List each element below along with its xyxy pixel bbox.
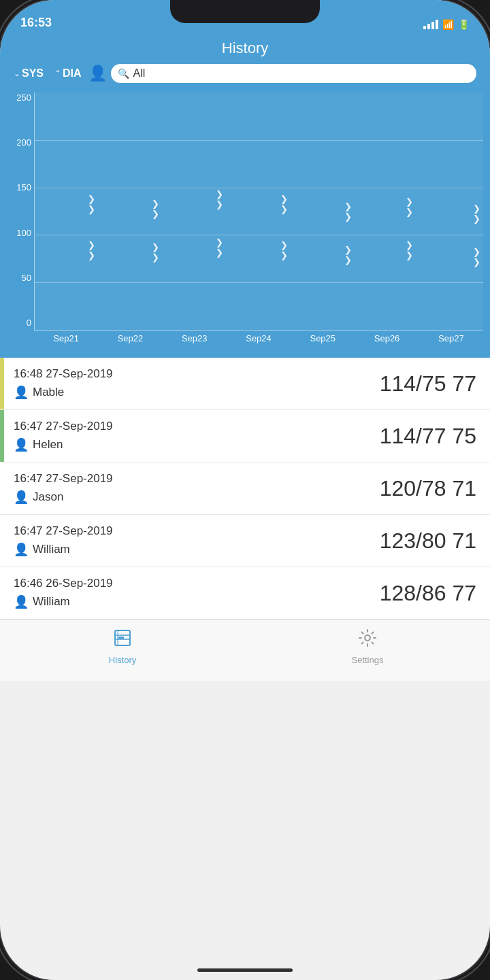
history-tab-icon xyxy=(113,628,132,652)
y-label-200: 200 xyxy=(7,137,34,148)
record-person: 👤 Helen xyxy=(14,437,113,452)
record-datetime: 16:48 27-Sep-2019 xyxy=(14,367,113,381)
status-icons: 📶 🔋 xyxy=(423,19,470,30)
search-container: 👤 🔍 All xyxy=(88,64,476,83)
header-controls: ⌄ SYS ⌃ DIA 👤 🔍 All xyxy=(14,64,476,83)
sys-point-sep26: ❯ ❯ xyxy=(406,197,413,216)
sys-point-sep21: ❯ ❯ xyxy=(88,195,95,214)
y-label-250: 250 xyxy=(7,92,34,103)
record-reading: 120/78 71 xyxy=(380,476,476,501)
record-row[interactable]: 16:47 27-Sep-2019 👤 Helen 114/77 75 xyxy=(0,410,490,462)
search-icon: 🔍 xyxy=(118,68,129,79)
record-person-name: Helen xyxy=(33,438,63,452)
sys-point-sep22: ❯ ❯ xyxy=(152,199,159,218)
record-reading: 114/77 75 xyxy=(380,424,476,449)
record-row[interactable]: 16:48 27-Sep-2019 👤 Mable 114/75 77 xyxy=(0,358,490,410)
record-reading: 123/80 71 xyxy=(380,528,476,554)
notch xyxy=(170,0,320,23)
record-left: 16:47 27-Sep-2019 👤 Jason xyxy=(14,472,113,505)
chart-y-labels: 250 200 150 100 50 0 xyxy=(7,92,34,331)
settings-tab-icon xyxy=(358,628,377,652)
chart-inner: ❯ ❯ ❯ ❯ ❯ ❯ ❯ ❯ xyxy=(34,92,483,331)
record-datetime: 16:47 27-Sep-2019 xyxy=(14,524,113,538)
battery-icon: 🔋 xyxy=(458,19,470,30)
home-indicator xyxy=(197,968,293,972)
person-filter-icon[interactable]: 👤 xyxy=(88,65,107,82)
x-label-sep21: Sep21 xyxy=(34,333,98,351)
search-value: All xyxy=(133,67,146,80)
dia-point-sep27: ❯ ❯ xyxy=(473,249,480,268)
page-title: History xyxy=(14,39,476,57)
record-person: 👤 Jason xyxy=(14,490,113,505)
dia-point-sep24: ❯ ❯ xyxy=(280,242,288,261)
sort-dia-button[interactable]: ⌃ DIA xyxy=(54,67,82,80)
y-label-0: 0 xyxy=(7,318,34,328)
sort-controls: ⌄ SYS ⌃ DIA xyxy=(14,67,82,80)
svg-rect-4 xyxy=(118,637,124,639)
record-row[interactable]: 16:47 27-Sep-2019 👤 William 123/80 71 xyxy=(0,515,490,567)
record-left: 16:47 27-Sep-2019 👤 William xyxy=(14,524,113,557)
tab-history[interactable]: History xyxy=(0,620,245,667)
grid-line-150 xyxy=(35,188,483,188)
x-label-sep25: Sep25 xyxy=(291,333,355,351)
search-box[interactable]: 🔍 All xyxy=(111,64,476,83)
person-icon: 👤 xyxy=(14,490,29,505)
svg-point-5 xyxy=(365,635,370,641)
record-person-name: Jason xyxy=(33,490,63,504)
x-label-sep26: Sep26 xyxy=(355,333,419,351)
record-person: 👤 William xyxy=(14,542,113,557)
y-label-50: 50 xyxy=(7,273,34,283)
record-person: 👤 Mable xyxy=(14,385,113,400)
person-icon: 👤 xyxy=(14,437,29,452)
person-icon: 👤 xyxy=(14,594,29,609)
person-icon: 👤 xyxy=(14,385,29,400)
tab-settings-label: Settings xyxy=(352,655,384,665)
y-label-150: 150 xyxy=(7,182,34,192)
tab-settings[interactable]: Settings xyxy=(245,620,490,667)
record-left: 16:46 26-Sep-2019 👤 William xyxy=(14,577,113,609)
record-person-name: Mable xyxy=(33,386,64,399)
x-label-sep22: Sep22 xyxy=(98,333,162,351)
signal-bars-icon xyxy=(423,20,438,29)
record-person-name: William xyxy=(33,543,70,556)
tab-bar: History Settings xyxy=(0,620,490,681)
record-left: 16:48 27-Sep-2019 👤 Mable xyxy=(14,367,113,400)
dia-point-sep23: ❯ ❯ xyxy=(216,239,223,258)
x-label-sep23: Sep23 xyxy=(163,333,227,351)
sys-point-sep27: ❯ ❯ xyxy=(473,204,480,223)
app-header: History ⌄ SYS ⌃ DIA 👤 🔍 All xyxy=(0,34,490,92)
phone-frame: 16:53 📶 🔋 History ⌄ SYS xyxy=(0,0,490,980)
grid-line-200 xyxy=(35,140,483,141)
record-person-name: William xyxy=(33,595,70,609)
status-time: 16:53 xyxy=(20,16,52,30)
tab-history-label: History xyxy=(109,655,136,665)
records-list: 16:48 27-Sep-2019 👤 Mable 114/75 77 16:4… xyxy=(0,358,490,620)
dia-point-sep25: ❯ ❯ xyxy=(344,247,352,266)
dia-point-sep26: ❯ ❯ xyxy=(406,242,413,261)
record-reading: 114/75 77 xyxy=(380,371,476,396)
dia-point-sep22: ❯ ❯ xyxy=(152,244,159,263)
record-left: 16:47 27-Sep-2019 👤 Helen xyxy=(14,420,113,452)
chart-area: 250 200 150 100 50 0 xyxy=(0,92,490,358)
record-row[interactable]: 16:46 26-Sep-2019 👤 William 128/86 77 xyxy=(0,567,490,620)
sort-dia-label: DIA xyxy=(63,67,82,80)
record-datetime: 16:47 27-Sep-2019 xyxy=(14,472,113,486)
grid-line-100 xyxy=(35,235,483,235)
y-label-100: 100 xyxy=(7,228,34,238)
x-label-sep24: Sep24 xyxy=(227,333,291,351)
sys-point-sep24: ❯ ❯ xyxy=(280,195,288,214)
person-icon: 👤 xyxy=(14,542,29,557)
phone-screen: 16:53 📶 🔋 History ⌄ SYS xyxy=(0,0,490,980)
x-label-sep27: Sep27 xyxy=(419,333,483,351)
wifi-icon: 📶 xyxy=(442,19,454,30)
record-datetime: 16:46 26-Sep-2019 xyxy=(14,577,113,590)
sort-sys-button[interactable]: ⌄ SYS xyxy=(14,67,44,80)
dia-point-sep21: ❯ ❯ xyxy=(88,242,95,261)
sys-point-sep23: ❯ ❯ xyxy=(216,190,223,209)
sort-sys-label: SYS xyxy=(22,67,44,80)
grid-line-50 xyxy=(35,282,483,283)
chart-wrapper: 250 200 150 100 50 0 xyxy=(7,92,483,351)
sys-point-sep25: ❯ ❯ xyxy=(344,202,352,221)
record-reading: 128/86 77 xyxy=(380,581,476,606)
record-row[interactable]: 16:47 27-Sep-2019 👤 Jason 120/78 71 xyxy=(0,462,490,515)
